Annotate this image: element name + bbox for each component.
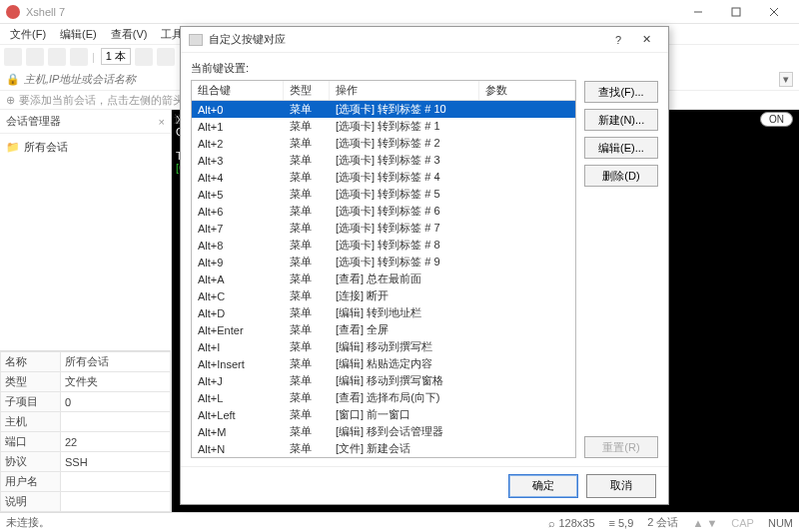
key-row[interactable]: Alt+9菜单[选项卡] 转到标签 # 9 bbox=[192, 254, 575, 270]
key-row[interactable]: Alt+Left菜单[窗口] 前一窗口 bbox=[192, 406, 575, 423]
key-row[interactable]: Alt+Insert菜单[编辑] 粘贴选定内容 bbox=[192, 355, 575, 372]
toolbar-button[interactable] bbox=[135, 48, 153, 66]
key-row[interactable]: Alt+0菜单[选项卡] 转到标签 # 10 bbox=[192, 101, 575, 118]
close-button[interactable] bbox=[755, 0, 793, 24]
col-param[interactable]: 参数 bbox=[479, 81, 575, 100]
dialog-title: 自定义按键对应 bbox=[209, 32, 604, 47]
key-row[interactable]: Alt+8菜单[选项卡] 转到标签 # 8 bbox=[192, 237, 575, 254]
property-row: 协议SSH bbox=[1, 452, 171, 472]
col-key[interactable]: 组合键 bbox=[192, 81, 284, 100]
list-header: 组合键 类型 操作 参数 bbox=[192, 81, 575, 101]
help-button[interactable]: ? bbox=[604, 34, 632, 46]
on-toggle[interactable]: ON bbox=[760, 112, 793, 127]
status-connection: 未连接。 bbox=[6, 515, 50, 530]
dialog-titlebar: 自定义按键对应 ? ✕ bbox=[181, 27, 668, 53]
status-updown-icon: ▲ ▼ bbox=[692, 517, 717, 529]
session-tree[interactable]: 📁 所有会话 bbox=[0, 134, 171, 350]
key-row[interactable]: Alt+Enter菜单[查看] 全屏 bbox=[192, 321, 575, 338]
property-row: 端口22 bbox=[1, 432, 171, 452]
menu-item[interactable]: 编辑(E) bbox=[54, 25, 103, 44]
toolbar-button[interactable] bbox=[48, 48, 66, 66]
dialog-side-buttons: 查找(F)... 新建(N)... 编辑(E)... 删除(D) 重置(R) bbox=[584, 61, 658, 458]
status-num: NUM bbox=[768, 517, 793, 529]
key-row[interactable]: Alt+C菜单[连接] 断开 bbox=[192, 287, 575, 304]
status-size: ⌕ 128x35 bbox=[548, 517, 594, 529]
page-count[interactable]: 1 本 bbox=[101, 48, 131, 65]
panel-close-icon[interactable]: × bbox=[159, 116, 165, 128]
lock-icon: 🔒 bbox=[6, 73, 20, 86]
toolbar-button[interactable] bbox=[157, 48, 175, 66]
status-sessions: 2 会话 bbox=[647, 515, 678, 530]
edit-button[interactable]: 编辑(E)... bbox=[584, 137, 658, 159]
toolbar-button[interactable] bbox=[26, 48, 44, 66]
property-row: 类型文件夹 bbox=[1, 372, 171, 392]
key-row[interactable]: Alt+3菜单[选项卡] 转到标签 # 3 bbox=[192, 152, 575, 169]
ok-button[interactable]: 确定 bbox=[508, 474, 578, 498]
toolbar-button[interactable] bbox=[4, 48, 22, 66]
key-row[interactable]: Alt+5菜单[选项卡] 转到标签 # 5 bbox=[192, 186, 575, 203]
folder-icon: 📁 bbox=[6, 141, 20, 154]
status-cursor: ≡ 5,9 bbox=[609, 517, 634, 529]
address-dropdown[interactable]: ▾ bbox=[779, 72, 793, 87]
tree-root-item[interactable]: 📁 所有会话 bbox=[6, 140, 165, 155]
status-bar: 未连接。 ⌕ 128x35 ≡ 5,9 2 会话 ▲ ▼ CAP NUM bbox=[0, 512, 799, 532]
app-title: Xshell 7 bbox=[26, 6, 679, 18]
key-list: 组合键 类型 操作 参数 Alt+0菜单[选项卡] 转到标签 # 10Alt+1… bbox=[191, 80, 576, 458]
dialog-footer: 确定 取消 bbox=[181, 466, 668, 504]
key-row[interactable]: Alt+7菜单[选项卡] 转到标签 # 7 bbox=[192, 220, 575, 237]
delete-button[interactable]: 删除(D) bbox=[584, 165, 658, 187]
col-action[interactable]: 操作 bbox=[330, 81, 479, 100]
properties-grid: 名称所有会话类型文件夹子项目0主机端口22协议SSH用户名说明 bbox=[0, 350, 171, 512]
menu-item[interactable]: 查看(V) bbox=[105, 25, 154, 44]
find-button[interactable]: 查找(F)... bbox=[584, 81, 658, 103]
reset-button[interactable]: 重置(R) bbox=[584, 436, 658, 458]
key-row[interactable]: Alt+M菜单[编辑] 移到会话管理器 bbox=[192, 423, 575, 440]
session-panel-title: 会话管理器 bbox=[6, 114, 61, 129]
app-icon bbox=[6, 5, 20, 19]
property-row: 说明 bbox=[1, 492, 171, 512]
property-row: 主机 bbox=[1, 412, 171, 432]
session-manager-panel: 会话管理器 × 📁 所有会话 名称所有会话类型文件夹子项目0主机端口22协议SS… bbox=[0, 110, 172, 512]
key-mapping-dialog: 自定义按键对应 ? ✕ 当前键设置: 组合键 类型 操作 参数 Alt+0菜单[… bbox=[180, 26, 669, 505]
key-row[interactable]: Alt+N菜单[文件] 新建会话 bbox=[192, 440, 575, 457]
key-row[interactable]: Alt+2菜单[选项卡] 转到标签 # 2 bbox=[192, 135, 575, 152]
tree-root-label: 所有会话 bbox=[24, 140, 68, 155]
key-row[interactable]: Alt+I菜单[编辑] 移动到撰写栏 bbox=[192, 338, 575, 355]
toolbar-button[interactable] bbox=[70, 48, 88, 66]
key-row[interactable]: Alt+6菜单[选项卡] 转到标签 # 6 bbox=[192, 203, 575, 220]
dialog-close-button[interactable]: ✕ bbox=[632, 33, 660, 46]
key-row[interactable]: Alt+J菜单[编辑] 移动到撰写窗格 bbox=[192, 372, 575, 389]
list-label: 当前键设置: bbox=[191, 61, 576, 76]
key-row[interactable]: Alt+1菜单[选项卡] 转到标签 # 1 bbox=[192, 118, 575, 135]
plus-icon[interactable]: ⊕ bbox=[6, 94, 15, 107]
key-row[interactable]: Alt+A菜单[查看] 总在最前面 bbox=[192, 270, 575, 287]
new-button[interactable]: 新建(N)... bbox=[584, 109, 658, 131]
menu-item[interactable]: 文件(F) bbox=[4, 25, 52, 44]
property-row: 子项目0 bbox=[1, 392, 171, 412]
maximize-button[interactable] bbox=[717, 0, 755, 24]
key-row[interactable]: Alt+D菜单[编辑] 转到地址栏 bbox=[192, 304, 575, 321]
col-type[interactable]: 类型 bbox=[284, 81, 330, 100]
key-row[interactable]: Alt+L菜单[查看] 选择布局(向下) bbox=[192, 389, 575, 406]
minimize-button[interactable] bbox=[679, 0, 717, 24]
status-cap: CAP bbox=[731, 517, 754, 529]
title-bar: Xshell 7 bbox=[0, 0, 799, 24]
dialog-icon bbox=[189, 34, 203, 46]
property-row: 用户名 bbox=[1, 472, 171, 492]
svg-rect-1 bbox=[732, 8, 740, 16]
cancel-button[interactable]: 取消 bbox=[586, 474, 656, 498]
key-row[interactable]: Alt+4菜单[选项卡] 转到标签 # 4 bbox=[192, 169, 575, 186]
property-row: 名称所有会话 bbox=[1, 352, 171, 372]
